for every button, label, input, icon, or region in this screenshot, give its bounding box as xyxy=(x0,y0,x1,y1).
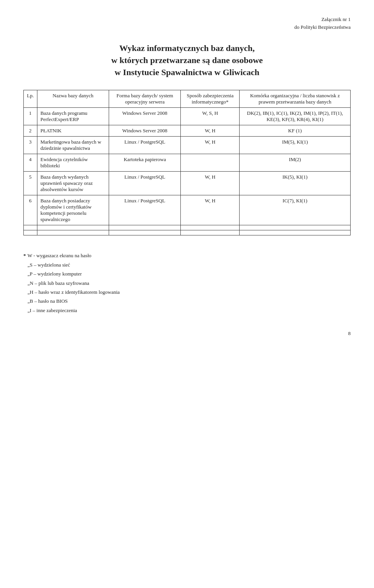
footnote-line-3: „P – wydzielony komputer xyxy=(28,269,120,278)
cell-lp: 5 xyxy=(24,172,37,195)
header-line2: do Polityki Bezpieczeństwa xyxy=(295,24,351,30)
col-header-forma: Forma bazy danych/ system operacyjny ser… xyxy=(109,90,181,108)
footnote-line-5: „H – hasło wraz z identyfikatorem logowa… xyxy=(28,288,120,297)
cell-forma: Kartoteka papierowa xyxy=(109,154,181,172)
cell-nazwa: Ewidencja czytelników biblioteki xyxy=(37,154,109,172)
footnote-section: * W - wygaszacz ekranu na hasło „S – wyd… xyxy=(23,251,351,315)
table-row: 1Baza danych programu PerfectExpert/ERPW… xyxy=(24,108,351,125)
cell-sposob xyxy=(181,230,240,235)
table-row xyxy=(24,230,351,235)
title-line1: Wykaz informatycznych baz danych, xyxy=(119,43,255,53)
title-line3: w Instytucie Spawalnictwa w Gliwicach xyxy=(115,67,259,77)
cell-komorka: IC(7), KI(1) xyxy=(240,195,351,225)
cell-sposob: W, H xyxy=(181,137,240,154)
cell-sposob xyxy=(181,154,240,172)
table-row xyxy=(24,225,351,230)
col-header-lp: Lp. xyxy=(24,90,37,108)
cell-komorka: DK(2), IB(1), IC(1), IK(2), IM(1), IP(2)… xyxy=(240,108,351,125)
header-line1: Załącznik nr 1 xyxy=(321,16,351,22)
table-row: 6Baza danych posiadaczy dyplomów i certy… xyxy=(24,195,351,225)
cell-lp: 6 xyxy=(24,195,37,225)
cell-forma: Linux / PostgreSQL xyxy=(109,137,181,154)
cell-nazwa: Marketingowa baza danych w dziedzinie sp… xyxy=(37,137,109,154)
page-number: 8 xyxy=(23,330,351,337)
cell-nazwa: Baza danych wydanych uprawnień spawaczy … xyxy=(37,172,109,195)
table-row: 2PŁATNIKWindows Server 2008W, HKF (1) xyxy=(24,125,351,137)
col-header-nazwa: Nazwa bazy danych xyxy=(37,90,109,108)
cell-komorka: IM(5), KI(1) xyxy=(240,137,351,154)
cell-nazwa: Baza danych posiadaczy dyplomów i certyf… xyxy=(37,195,109,225)
footnote-line-6: „B – hasło na BIOS xyxy=(28,297,120,305)
header: Załącznik nr 1 do Polityki Bezpieczeństw… xyxy=(23,16,351,31)
cell-forma: Windows Server 2008 xyxy=(109,125,181,137)
main-table: Lp. Nazwa bazy danych Forma bazy danych/… xyxy=(23,90,351,235)
table-header-row: Lp. Nazwa bazy danych Forma bazy danych/… xyxy=(24,90,351,108)
title-line2: w których przetwarzane są dane osobowe xyxy=(111,55,263,65)
cell-sposob: W, H xyxy=(181,172,240,195)
footnote-star: * xyxy=(23,251,28,315)
footnote-line-4: „N – plik lub baza szyfrowana xyxy=(28,279,120,288)
main-title: Wykaz informatycznych baz danych, w któr… xyxy=(23,42,351,78)
cell-lp: 2 xyxy=(24,125,37,137)
cell-komorka: KF (1) xyxy=(240,125,351,137)
footnote-line-1: W - wygaszacz ekranu na hasło xyxy=(28,251,120,260)
cell-lp: 4 xyxy=(24,154,37,172)
cell-forma: Linux / PostgreSQL xyxy=(109,195,181,225)
cell-komorka xyxy=(240,225,351,230)
cell-forma: Linux / PostgreSQL xyxy=(109,172,181,195)
footnote-line-2: „S – wydzielona sieć xyxy=(28,260,120,269)
cell-nazwa: PŁATNIK xyxy=(37,125,109,137)
cell-nazwa: Baza danych programu PerfectExpert/ERP xyxy=(37,108,109,125)
cell-sposob: W, S, H xyxy=(181,108,240,125)
table-row: 4Ewidencja czytelników bibliotekiKartote… xyxy=(24,154,351,172)
cell-forma: Windows Server 2008 xyxy=(109,108,181,125)
cell-sposob: W, H xyxy=(181,195,240,225)
table-row: 3Marketingowa baza danych w dziedzinie s… xyxy=(24,137,351,154)
cell-komorka: IM(2) xyxy=(240,154,351,172)
cell-forma xyxy=(109,230,181,235)
footnote-line-7: „I – inne zabezpieczenia xyxy=(28,306,120,315)
cell-komorka: IK(5), KI(1) xyxy=(240,172,351,195)
cell-nazwa xyxy=(37,230,109,235)
cell-nazwa xyxy=(37,225,109,230)
cell-lp: 1 xyxy=(24,108,37,125)
col-header-komorka: Komórka organizacyjna / liczba stanowisk… xyxy=(240,90,351,108)
cell-sposob xyxy=(181,225,240,230)
col-header-sposob: Sposób zabezpieczenia informatycznego* xyxy=(181,90,240,108)
cell-lp: 3 xyxy=(24,137,37,154)
cell-komorka xyxy=(240,230,351,235)
cell-lp xyxy=(24,225,37,230)
cell-sposob: W, H xyxy=(181,125,240,137)
table-row: 5Baza danych wydanych uprawnień spawaczy… xyxy=(24,172,351,195)
cell-lp xyxy=(24,230,37,235)
cell-forma xyxy=(109,225,181,230)
